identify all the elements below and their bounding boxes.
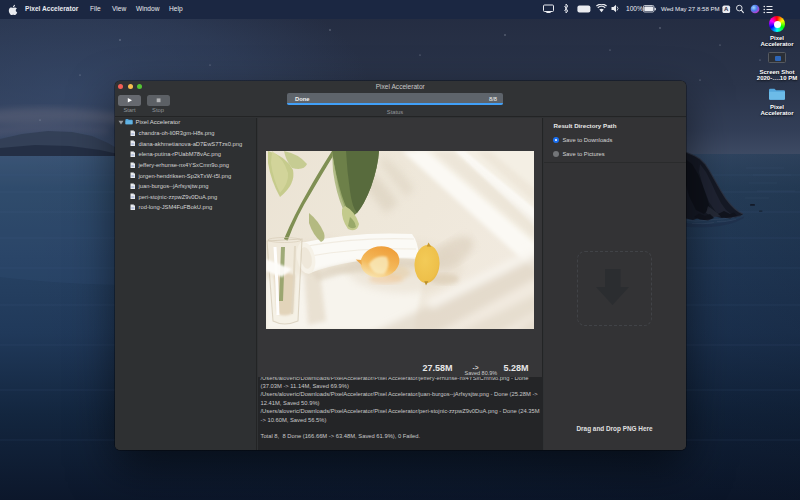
svg-text:A: A bbox=[724, 6, 729, 12]
